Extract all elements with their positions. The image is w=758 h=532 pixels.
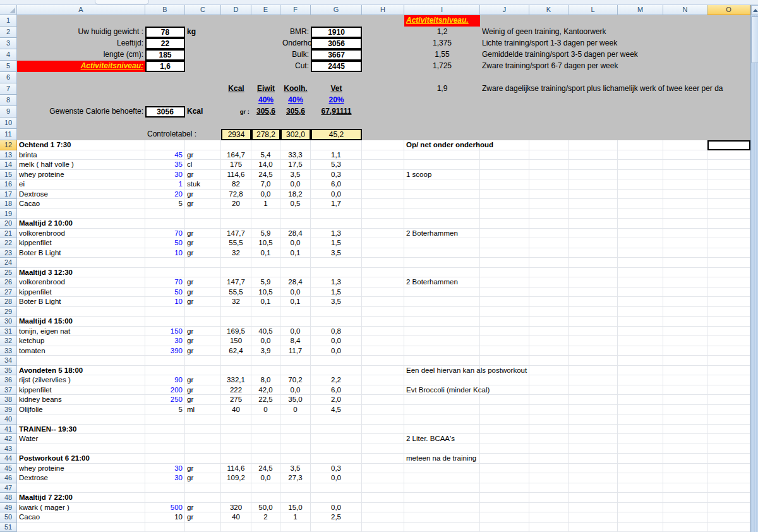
- cell-L48[interactable]: [568, 493, 618, 503]
- cell-N47[interactable]: [663, 483, 707, 493]
- cell-L17[interactable]: [568, 190, 618, 200]
- cell-M42[interactable]: [618, 434, 663, 444]
- cell-D11[interactable]: 2934: [221, 129, 251, 140]
- cell-D47[interactable]: [221, 483, 251, 493]
- cell-A13[interactable]: brinta: [17, 150, 145, 160]
- cell-J41[interactable]: [480, 425, 529, 435]
- cell-J17[interactable]: [480, 190, 529, 200]
- cell-F10[interactable]: [280, 118, 311, 129]
- cell-K34[interactable]: [529, 356, 568, 366]
- cell-C4[interactable]: [185, 49, 221, 61]
- cell-B18[interactable]: 5: [145, 199, 185, 209]
- cell-G1[interactable]: [311, 15, 362, 27]
- row-header-24[interactable]: 24: [0, 258, 17, 268]
- cell-K45[interactable]: [529, 464, 568, 474]
- cell-J22[interactable]: [480, 238, 529, 248]
- cell-D30[interactable]: [221, 317, 251, 327]
- cell-N21[interactable]: [663, 229, 707, 239]
- cell-L26[interactable]: [568, 277, 618, 287]
- cell-D39[interactable]: 40: [221, 405, 251, 415]
- cell-G36[interactable]: 2,2: [311, 375, 362, 385]
- cell-O21[interactable]: [707, 229, 750, 239]
- cell-D10[interactable]: [221, 118, 251, 129]
- cell-G37[interactable]: 6,0: [311, 385, 362, 396]
- cell-K38[interactable]: [529, 395, 568, 405]
- cell-D3[interactable]: [221, 38, 251, 49]
- row-header-20[interactable]: 20: [0, 219, 17, 229]
- row-header-49[interactable]: 49: [0, 503, 17, 513]
- cell-J21[interactable]: [480, 229, 529, 239]
- cell-C5[interactable]: [185, 61, 221, 72]
- cell-C36[interactable]: gr: [185, 375, 221, 385]
- row-header-21[interactable]: 21: [0, 229, 17, 239]
- cell-F42[interactable]: [280, 434, 311, 444]
- cell-L15[interactable]: [568, 170, 618, 180]
- cell-F1[interactable]: [280, 15, 311, 27]
- cell-K48[interactable]: [529, 493, 568, 503]
- cell-H45[interactable]: [362, 464, 404, 474]
- cell-D35[interactable]: [221, 366, 251, 376]
- cell-J48[interactable]: [480, 493, 529, 503]
- cell-E18[interactable]: 1: [251, 199, 280, 209]
- cell-B2[interactable]: 78: [145, 27, 185, 38]
- cell-B24[interactable]: [145, 258, 185, 268]
- cell-K11[interactable]: [529, 129, 568, 140]
- cell-C29[interactable]: [185, 307, 221, 317]
- cell-L27[interactable]: [568, 287, 618, 298]
- cell-B43[interactable]: [145, 444, 185, 454]
- cell-N28[interactable]: [663, 297, 707, 307]
- cell-H23[interactable]: [362, 248, 404, 258]
- cell-B26[interactable]: 70: [145, 277, 185, 287]
- cell-N10[interactable]: [663, 118, 707, 129]
- column-header-B[interactable]: B: [145, 5, 185, 15]
- row-header-39[interactable]: 39: [0, 405, 17, 415]
- cell-E36[interactable]: 8,0: [251, 375, 280, 385]
- row-header-44[interactable]: 44: [0, 454, 17, 464]
- cell-H10[interactable]: [362, 118, 404, 129]
- cell-L14[interactable]: [568, 160, 618, 170]
- cell-O2[interactable]: [707, 27, 750, 38]
- cell-J19[interactable]: [480, 209, 529, 219]
- cell-O5[interactable]: [707, 61, 750, 72]
- cell-F37[interactable]: 0,0: [280, 385, 311, 396]
- cell-I9[interactable]: [404, 106, 480, 118]
- cell-I41[interactable]: [404, 425, 480, 435]
- cell-I20[interactable]: [404, 219, 480, 229]
- cell-F13[interactable]: 33,3: [280, 150, 311, 160]
- cell-M9[interactable]: [618, 106, 663, 118]
- row-header-42[interactable]: 42: [0, 434, 17, 444]
- cell-N34[interactable]: [663, 356, 707, 366]
- cell-B48[interactable]: [145, 493, 185, 503]
- cell-A38[interactable]: kidney beans: [17, 395, 145, 405]
- cell-A17[interactable]: Dextrose: [17, 190, 145, 200]
- cell-C1[interactable]: [185, 15, 221, 27]
- cell-F45[interactable]: 3,5: [280, 464, 311, 474]
- cell-K41[interactable]: [529, 425, 568, 435]
- cell-L22[interactable]: [568, 238, 618, 248]
- cell-J38[interactable]: [480, 395, 529, 405]
- cell-N8[interactable]: [663, 95, 707, 106]
- row-header-19[interactable]: 19: [0, 209, 17, 219]
- cell-C37[interactable]: gr: [185, 385, 221, 396]
- cell-H18[interactable]: [362, 199, 404, 209]
- cell-G26[interactable]: 1,3: [311, 277, 362, 287]
- column-header-F[interactable]: F: [280, 5, 311, 15]
- cell-D46[interactable]: 109,2: [221, 473, 251, 483]
- cell-M18[interactable]: [618, 199, 663, 209]
- cell-E37[interactable]: 42,0: [251, 385, 280, 396]
- cell-O15[interactable]: [707, 170, 750, 180]
- cell-B5[interactable]: 1,6: [145, 61, 185, 72]
- cell-O43[interactable]: [707, 444, 750, 454]
- cell-H30[interactable]: [362, 317, 404, 327]
- cell-M35[interactable]: [618, 366, 663, 376]
- cell-O30[interactable]: [707, 317, 750, 327]
- cell-O19[interactable]: [707, 209, 750, 219]
- cell-I12[interactable]: Op/ net onder onderhoud: [404, 140, 480, 150]
- cell-B3[interactable]: 22: [145, 38, 185, 49]
- cell-I24[interactable]: [404, 258, 480, 268]
- cell-G23[interactable]: 3,5: [311, 248, 362, 258]
- cell-E47[interactable]: [251, 483, 280, 493]
- cell-D37[interactable]: 222: [221, 385, 251, 396]
- cell-N17[interactable]: [663, 190, 707, 200]
- cell-A11[interactable]: [17, 129, 145, 140]
